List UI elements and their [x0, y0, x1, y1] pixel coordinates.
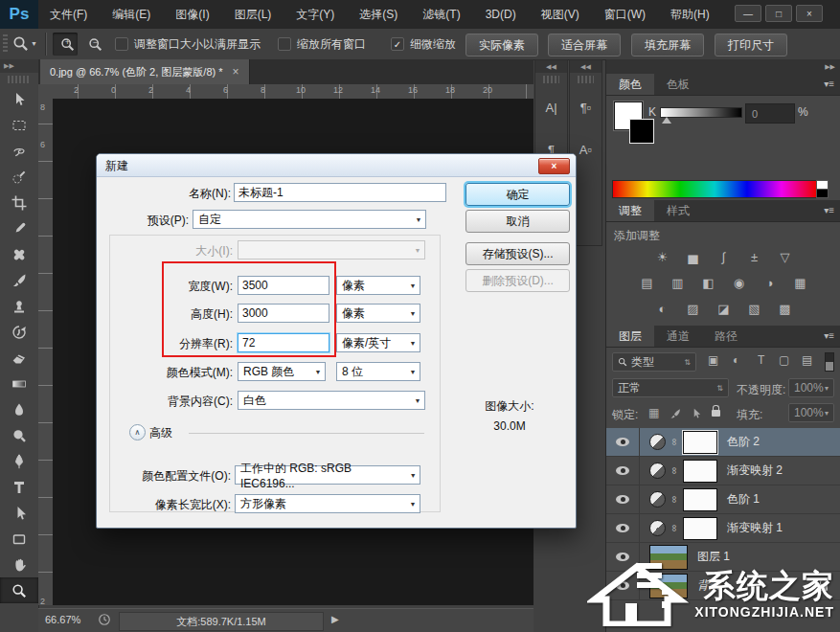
- resolution-input[interactable]: [238, 333, 329, 352]
- gradient-map-icon[interactable]: ▩: [774, 301, 796, 317]
- vibrance-icon[interactable]: ▽: [774, 249, 796, 265]
- layer-name[interactable]: 色阶 1: [727, 491, 760, 508]
- menu-filter[interactable]: 滤镜(T): [422, 7, 460, 23]
- tab-layers[interactable]: 图层: [606, 326, 654, 347]
- panel-menu-icon[interactable]: ▾≡: [824, 326, 840, 347]
- menu-select[interactable]: 选择(S): [359, 7, 397, 23]
- rectangle-tool[interactable]: [0, 526, 38, 552]
- dialog-close-button[interactable]: ×: [538, 158, 570, 174]
- crop-tool[interactable]: [0, 190, 38, 215]
- visibility-toggle[interactable]: [606, 428, 640, 456]
- close-tab-icon[interactable]: ×: [233, 65, 239, 79]
- pen-tool[interactable]: [0, 448, 38, 474]
- background-color-swatch[interactable]: [629, 119, 654, 144]
- background-contents-select[interactable]: 白色▼: [238, 391, 425, 410]
- k-value-field[interactable]: 0: [745, 103, 795, 124]
- threshold-icon[interactable]: ◪: [713, 301, 735, 317]
- path-selection-tool[interactable]: [0, 500, 38, 526]
- document-tab[interactable]: 0.jpg @ 66.7% (色阶 2, 图层蒙版/8) * ×: [40, 59, 250, 84]
- dock-collapse-icon[interactable]: ▶▶: [606, 59, 840, 74]
- opacity-select[interactable]: 100%▾: [788, 378, 834, 397]
- collapse-arrows-icon[interactable]: ◀◀: [570, 60, 602, 73]
- shape-layer-filter-icon[interactable]: ▢: [779, 353, 789, 367]
- black-swatch[interactable]: [816, 189, 829, 198]
- eraser-tool[interactable]: [0, 345, 38, 371]
- width-unit-select[interactable]: 像素▼: [336, 276, 420, 295]
- menu-image[interactable]: 图像(I): [175, 7, 209, 23]
- save-preset-button[interactable]: 存储预设(S)...: [465, 242, 570, 265]
- minimize-button[interactable]: —: [735, 5, 761, 22]
- visibility-toggle[interactable]: [606, 485, 640, 513]
- visibility-toggle[interactable]: [606, 457, 640, 485]
- preset-select[interactable]: 自定▼: [193, 210, 426, 229]
- menu-layer[interactable]: 图层(L): [235, 7, 272, 23]
- menu-edit[interactable]: 编辑(E): [112, 7, 150, 23]
- layer-mask-thumbnail[interactable]: [683, 517, 717, 540]
- visibility-toggle[interactable]: [606, 514, 640, 542]
- paragraph-styles-panel-icon[interactable]: ¶▫: [570, 86, 602, 128]
- layer-row[interactable]: ∞ 色阶 1: [606, 485, 840, 514]
- zoom-tool-preset-icon[interactable]: ▼: [12, 35, 37, 52]
- layer-mask-thumbnail[interactable]: [683, 431, 717, 454]
- panel-menu-icon[interactable]: ▾≡: [824, 74, 840, 95]
- zoom-tool[interactable]: [0, 577, 38, 603]
- resolution-unit-select[interactable]: 像素/英寸▼: [336, 333, 420, 352]
- height-input[interactable]: [238, 304, 329, 323]
- character-panel-icon[interactable]: A|: [535, 86, 567, 128]
- type-tool[interactable]: [0, 474, 38, 500]
- posterize-icon[interactable]: ▨: [682, 301, 704, 317]
- tab-paths[interactable]: 路径: [702, 326, 750, 347]
- layer-mask-thumbnail[interactable]: [683, 488, 717, 511]
- fit-screen-button[interactable]: 适合屏幕: [548, 34, 621, 56]
- k-slider[interactable]: [660, 107, 742, 118]
- toolbox-collapse-icon[interactable]: ▶▶: [0, 59, 38, 73]
- zoom-level[interactable]: 66.67%: [45, 614, 80, 625]
- layer-name[interactable]: 色阶 2: [727, 434, 760, 450]
- tab-channels[interactable]: 通道: [654, 326, 702, 347]
- name-input[interactable]: [234, 183, 446, 202]
- tab-swatches[interactable]: 色板: [654, 74, 702, 95]
- lock-all-icon[interactable]: [712, 410, 720, 417]
- menu-help[interactable]: 帮助(H): [670, 7, 710, 23]
- scrubby-zoom-checkbox[interactable]: ✓ 细微缩放: [391, 29, 456, 59]
- photo-filter-icon[interactable]: ◉: [728, 275, 750, 291]
- tab-adjustments[interactable]: 调整: [606, 200, 654, 221]
- collapse-arrows-icon[interactable]: ◀◀: [535, 60, 567, 73]
- curves-icon[interactable]: ∫: [713, 249, 735, 265]
- color-profile-select[interactable]: 工作中的 RGB: sRGB IEC6196...▼: [235, 465, 420, 485]
- menu-type[interactable]: 文字(Y): [296, 7, 334, 23]
- exposure-icon[interactable]: ±: [743, 249, 765, 265]
- rectangular-marquee-tool[interactable]: [0, 112, 38, 138]
- layer-row[interactable]: ∞ 渐变映射 2: [606, 457, 840, 485]
- menu-3d[interactable]: 3D(D): [486, 8, 516, 21]
- smart-object-filter-icon[interactable]: ▤: [802, 353, 812, 367]
- selective-color-icon[interactable]: ▧: [743, 301, 765, 317]
- menu-window[interactable]: 窗口(W): [604, 7, 646, 23]
- panel-menu-icon[interactable]: ▾≡: [824, 200, 840, 221]
- width-input[interactable]: [238, 276, 329, 295]
- type-layer-filter-icon[interactable]: T: [758, 353, 764, 367]
- maximize-button[interactable]: □: [765, 5, 792, 22]
- quick-selection-tool[interactable]: [0, 164, 38, 190]
- color-mode-select[interactable]: RGB 颜色▼: [238, 362, 326, 381]
- dodge-tool[interactable]: [0, 422, 38, 448]
- move-tool[interactable]: [0, 86, 38, 112]
- layer-row[interactable]: ∞ 渐变映射 1: [606, 514, 840, 543]
- menu-view[interactable]: 视图(V): [541, 7, 579, 23]
- tab-color[interactable]: 颜色: [606, 74, 654, 95]
- filter-toggle-switch[interactable]: [825, 352, 834, 372]
- layer-name[interactable]: 渐变映射 1: [727, 520, 783, 536]
- hue-saturation-icon[interactable]: ▤: [636, 275, 658, 291]
- blur-tool[interactable]: [0, 396, 38, 422]
- dialog-title-bar[interactable]: 新建 ×: [97, 154, 576, 177]
- height-unit-select[interactable]: 像素▼: [336, 304, 420, 323]
- tab-styles[interactable]: 样式: [654, 200, 702, 221]
- layer-filter-type-select[interactable]: 类型 ⇅: [612, 352, 696, 372]
- color-spectrum-ramp[interactable]: [612, 180, 817, 198]
- color-lookup-icon[interactable]: ▦: [789, 275, 811, 291]
- clone-stamp-tool[interactable]: [0, 293, 38, 319]
- lock-transparency-icon[interactable]: ▦: [648, 406, 659, 419]
- close-window-button[interactable]: ×: [796, 5, 823, 22]
- lock-pixels-icon[interactable]: [670, 406, 681, 423]
- brightness-contrast-icon[interactable]: ☀: [651, 249, 673, 265]
